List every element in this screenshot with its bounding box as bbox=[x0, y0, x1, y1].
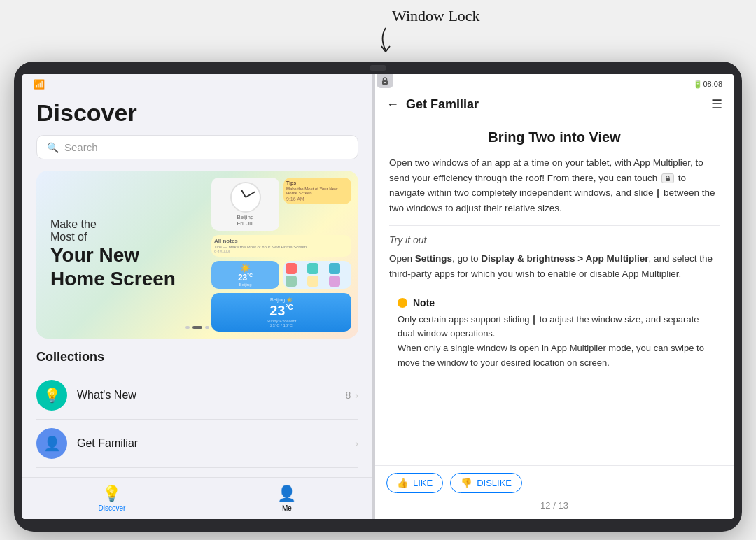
widget-city: BeijingFri. Jul bbox=[237, 214, 253, 227]
right-header: ← Get Familiar ☰ bbox=[375, 94, 734, 118]
app-icon-4 bbox=[286, 276, 297, 287]
right-panel: 🔋 08:08 ← Get Familiar ☰ Bring Two into … bbox=[375, 74, 734, 519]
window-lock-icon[interactable] bbox=[377, 74, 393, 88]
dot-1 bbox=[186, 326, 190, 329]
left-bottom-nav: 💡 Discover 👤 Me bbox=[22, 477, 372, 519]
tablet-frame: 📶 Discover 🔍 Search Make the M bbox=[14, 62, 742, 532]
widget-weather-small: ☀️ 23°C Beijing bbox=[211, 261, 279, 289]
try-it-title: Try it out bbox=[389, 234, 720, 246]
divider-1 bbox=[389, 225, 720, 226]
page-total: 13 bbox=[558, 500, 568, 511]
widget-notes: All notes Tips — Make the Most of Your N… bbox=[211, 235, 351, 257]
like-button[interactable]: 👍 LIKE bbox=[386, 473, 443, 493]
try-it-display: Display & brightness > App Multiplier bbox=[481, 253, 648, 264]
tablet-camera bbox=[370, 65, 386, 71]
back-button[interactable]: ← bbox=[386, 97, 399, 112]
clock-minute-hand bbox=[245, 191, 255, 198]
split-divider[interactable] bbox=[372, 74, 375, 519]
battery-icon: 🔋 bbox=[693, 80, 703, 89]
right-content: Bring Two into View Open two windows of … bbox=[375, 118, 734, 465]
app-icon-1 bbox=[286, 263, 297, 274]
collection-item-get-familiar[interactable]: 👤 Get Familiar › bbox=[36, 420, 358, 468]
note-title: Note bbox=[413, 297, 435, 308]
note-section: Note Only certain apps support sliding t… bbox=[389, 290, 720, 378]
search-bar[interactable]: 🔍 Search bbox=[36, 135, 358, 159]
note-slide-icon bbox=[533, 315, 536, 325]
whats-new-count: 8 bbox=[346, 390, 351, 401]
tablet-screen: 📶 Discover 🔍 Search Make the M bbox=[22, 74, 734, 519]
nav-me[interactable]: 👤 Me bbox=[277, 485, 296, 512]
app-icon-2 bbox=[307, 263, 318, 274]
search-placeholder: Search bbox=[64, 141, 98, 153]
weather-range: 23°C / 18°C bbox=[270, 323, 293, 327]
widget-tips-text: Make the Most of Your New Home Screen bbox=[286, 187, 349, 195]
discover-nav-label: Discover bbox=[99, 504, 126, 512]
get-familiar-chevron: › bbox=[355, 438, 358, 449]
menu-icon[interactable]: ☰ bbox=[711, 97, 722, 112]
try-it-settings: Settings bbox=[415, 253, 452, 264]
hero-line3: Your New bbox=[50, 243, 176, 267]
app-icon-6 bbox=[329, 276, 340, 287]
wifi-icon: 📶 bbox=[34, 79, 45, 90]
carousel-dots bbox=[186, 326, 209, 329]
widget-apps bbox=[284, 261, 351, 289]
collections-title: Collections bbox=[36, 350, 358, 364]
discover-nav-icon: 💡 bbox=[102, 485, 121, 503]
article-body: Open two windows of an app at a time on … bbox=[389, 155, 720, 215]
tablet-top-bar bbox=[14, 62, 742, 74]
page-current: 12 bbox=[540, 500, 550, 511]
hero-line1: Make the bbox=[50, 218, 176, 231]
right-header-left: ← Get Familiar bbox=[386, 97, 479, 112]
widget-weather-large: Beijing ☀️ 23°C Sunny Excellent 23°C / 1… bbox=[211, 293, 351, 332]
dot-3 bbox=[205, 326, 209, 329]
me-nav-label: Me bbox=[282, 504, 292, 512]
nav-discover[interactable]: 💡 Discover bbox=[99, 485, 126, 512]
note-body: Only certain apps support sliding to adj… bbox=[398, 313, 711, 371]
note-header: Note bbox=[398, 297, 711, 308]
dislike-label: DISLIKE bbox=[477, 478, 512, 488]
discover-title: Discover bbox=[36, 99, 358, 127]
widget-tips: Tips Make the Most of Your New Home Scre… bbox=[284, 178, 351, 204]
dot-2 bbox=[192, 326, 202, 329]
right-panel-title: Get Familiar bbox=[406, 97, 479, 112]
whats-new-icon: 💡 bbox=[36, 380, 67, 411]
dislike-icon: 👎 bbox=[461, 478, 472, 488]
get-familiar-icon: 👤 bbox=[36, 428, 67, 459]
svg-point-1 bbox=[384, 82, 386, 83]
article-title: Bring Two into View bbox=[389, 129, 720, 145]
status-time: 08:08 bbox=[703, 80, 722, 88]
weather-temp: 23°C bbox=[270, 303, 293, 319]
hero-card: Make the Most of Your New Home Screen bbox=[36, 171, 358, 339]
app-icon-3 bbox=[329, 263, 340, 274]
right-bottom: 👍 LIKE 👎 DISLIKE 12 / 13 bbox=[375, 465, 734, 519]
left-content: Discover 🔍 Search Make the Most of bbox=[22, 94, 372, 477]
lock-inline-icon bbox=[662, 173, 674, 183]
page-indicator: 12 / 13 bbox=[386, 500, 722, 511]
left-status-bar: 📶 bbox=[22, 74, 372, 94]
whats-new-chevron: › bbox=[355, 390, 358, 401]
right-status-bar: 🔋 08:08 bbox=[375, 74, 734, 94]
annotation-arrow-icon bbox=[375, 27, 396, 53]
svg-rect-2 bbox=[666, 178, 670, 181]
hero-text: Make the Most of Your New Home Screen bbox=[50, 218, 176, 290]
try-it-body: Open Settings, go to Display & brightnes… bbox=[389, 251, 720, 281]
widget-clock: BeijingFri. Jul bbox=[211, 178, 279, 231]
like-label: LIKE bbox=[413, 478, 433, 488]
me-nav-icon: 👤 bbox=[277, 485, 296, 503]
slide-bar-inline bbox=[657, 189, 659, 198]
clock-face bbox=[230, 182, 261, 213]
dislike-button[interactable]: 👎 DISLIKE bbox=[450, 473, 522, 493]
hero-line4: Home Screen bbox=[50, 267, 176, 291]
like-icon: 👍 bbox=[397, 478, 409, 488]
search-icon: 🔍 bbox=[47, 142, 59, 153]
collection-item-whats-new[interactable]: 💡 What's New 8 › bbox=[36, 371, 358, 420]
annotation-label: Window Lock bbox=[392, 7, 480, 25]
get-familiar-label: Get Familiar bbox=[77, 437, 351, 450]
try-it-out-section: Try it out Open Settings, go to Display … bbox=[389, 234, 720, 281]
feedback-row: 👍 LIKE 👎 DISLIKE bbox=[386, 473, 722, 493]
widget-grid: BeijingFri. Jul Tips Make the Most of Yo… bbox=[211, 178, 351, 332]
annotation-area: Window Lock bbox=[0, 0, 756, 62]
app-icon-5 bbox=[307, 276, 318, 287]
whats-new-label: What's New bbox=[77, 389, 346, 402]
widget-tips-header: Tips bbox=[286, 180, 349, 185]
